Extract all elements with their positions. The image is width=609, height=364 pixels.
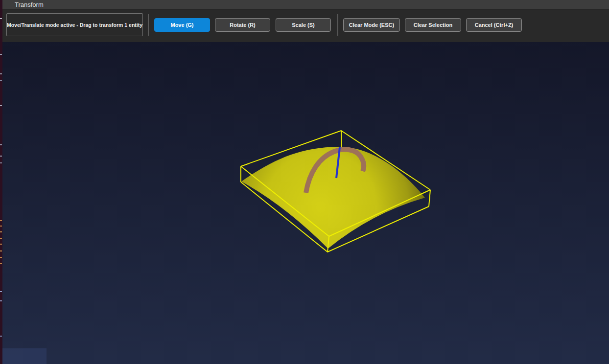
move-button[interactable]: Move (G) (154, 18, 210, 32)
sliver-glyph-fragment (0, 244, 2, 245)
sliver-glyph-fragment (0, 105, 2, 106)
sliver-glyph-fragment (0, 291, 2, 292)
clear-mode-button[interactable]: Clear Mode (ESC) (343, 18, 400, 32)
background-window-sliver (0, 0, 2, 364)
sliver-glyph-fragment (0, 80, 2, 81)
scene-svg (0, 42, 609, 364)
sliver-glyph-fragment (0, 73, 2, 74)
sliver-glyph-fragment (0, 226, 2, 227)
viewport-3d-canvas[interactable] (0, 42, 609, 364)
transform-tool-window: Transform Move/Translate mode active - D… (0, 0, 609, 364)
sliver-glyph-fragment (0, 336, 2, 337)
transform-toolbar: Move/Translate mode active - Drag to tra… (0, 10, 609, 42)
sliver-glyph-fragment (0, 231, 2, 232)
status-box: Move/Translate mode active - Drag to tra… (6, 13, 143, 36)
sliver-glyph-fragment (0, 238, 2, 239)
sliver-glyph-fragment (0, 300, 2, 301)
window-title: Transform (15, 0, 44, 9)
toolbar-separator (148, 14, 149, 36)
window-titlebar[interactable]: Transform (0, 0, 609, 10)
sliver-glyph-fragment (0, 263, 2, 264)
sliver-glyph-fragment (0, 144, 2, 145)
sliver-glyph-fragment (0, 162, 2, 163)
sliver-glyph-fragment (0, 54, 2, 55)
sliver-glyph-fragment (0, 156, 2, 157)
sliver-glyph-fragment (0, 250, 2, 251)
scale-button[interactable]: Scale (S) (276, 18, 331, 32)
toolbar-separator (337, 14, 338, 36)
sliver-glyph-fragment (0, 18, 2, 19)
viewport-bottom-left-highlight (2, 348, 47, 364)
sliver-glyph-fragment (0, 220, 2, 221)
status-text: Move/Translate mode active - Drag to tra… (7, 22, 142, 28)
sliver-glyph-fragment (0, 257, 2, 258)
rotate-button[interactable]: Rotate (R) (215, 18, 270, 32)
clear-selection-button[interactable]: Clear Selection (405, 18, 461, 32)
cancel-button[interactable]: Cancel (Ctrl+Z) (466, 18, 522, 32)
